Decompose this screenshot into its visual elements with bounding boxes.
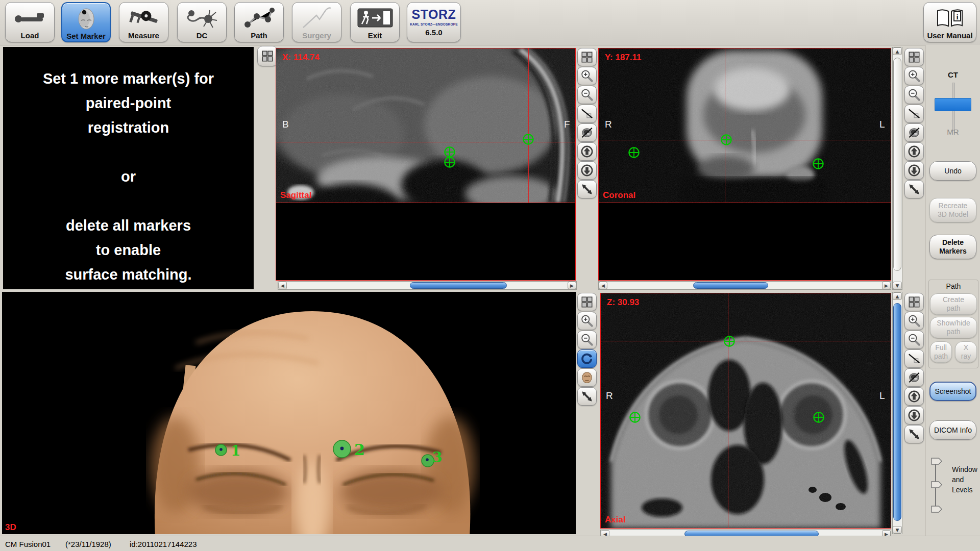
swap-view-button[interactable] xyxy=(577,387,597,406)
coronal-v-scrollbar[interactable]: ▲ ▼ xyxy=(892,47,902,290)
grid-icon-button[interactable] xyxy=(904,48,924,66)
sagittal-image[interactable] xyxy=(276,48,575,203)
scroll-down-arrow[interactable]: ▼ xyxy=(893,282,902,289)
head-slash-icon xyxy=(580,126,594,139)
axial-marker[interactable] xyxy=(812,411,825,424)
mr-label: MR xyxy=(925,128,980,136)
dicom-info-button[interactable]: DICOM Info xyxy=(929,420,976,440)
grid-icon-button[interactable] xyxy=(577,293,597,311)
axial-view[interactable]: Z: 30.93 R L Axial xyxy=(600,293,891,529)
zoom-in-button[interactable] xyxy=(577,67,597,85)
zoom-out-button[interactable] xyxy=(577,331,597,349)
x-ray-button[interactable]: X ray xyxy=(955,341,977,363)
create-path-button[interactable]: Create path xyxy=(930,293,977,315)
line-tool-button[interactable] xyxy=(904,105,924,123)
slice-down-button[interactable] xyxy=(904,406,924,424)
sagittal-view-name: Sagittal xyxy=(280,190,311,201)
ct-mr-slider-thumb[interactable] xyxy=(935,98,971,111)
overlay-toggle-button[interactable] xyxy=(904,368,924,387)
sagittal-view[interactable]: X: 114.74 B F Sagittal xyxy=(276,48,576,281)
zoom-out-button[interactable] xyxy=(904,86,924,104)
scroll-down-arrow[interactable]: ▼ xyxy=(893,526,902,534)
sagittal-marker[interactable] xyxy=(522,133,535,146)
full-path-button[interactable]: Full path xyxy=(930,341,952,363)
zoom-in-button[interactable] xyxy=(904,312,924,330)
overlay-toggle-button[interactable] xyxy=(904,123,924,142)
layout-grid-button[interactable] xyxy=(257,46,278,66)
scroll-up-arrow[interactable]: ▲ xyxy=(893,47,902,55)
3d-model-face[interactable]: 1 2 3 xyxy=(2,292,576,534)
scroll-right-arrow[interactable]: ▶ xyxy=(568,282,576,289)
message-line: Set 1 more marker(s) for xyxy=(3,66,254,91)
axial-v-thumb[interactable] xyxy=(893,303,901,521)
zoom-out-button[interactable] xyxy=(904,331,924,349)
caliper-icon xyxy=(119,3,168,31)
slice-down-button[interactable] xyxy=(577,161,597,180)
surgery-button[interactable]: Surgery xyxy=(292,2,341,42)
rotate-3d-button[interactable] xyxy=(577,349,597,368)
delete-markers-button[interactable]: Delete Markers xyxy=(929,235,976,259)
message-line: or xyxy=(3,164,254,189)
axial-v-scrollbar[interactable]: ▲ ▼ xyxy=(892,292,902,534)
screenshot-button[interactable]: Screenshot xyxy=(929,382,976,401)
screenshot-label: Screenshot xyxy=(934,387,972,396)
dc-button[interactable]: DC xyxy=(177,2,227,42)
user-manual-label: User Manual xyxy=(924,31,976,40)
scroll-up-arrow[interactable]: ▲ xyxy=(893,292,902,300)
zoom-out-icon xyxy=(908,88,921,102)
coronal-h-thumb[interactable] xyxy=(693,282,768,289)
axial-view-name: Axial xyxy=(605,515,626,525)
sagittal-marker[interactable] xyxy=(443,156,456,169)
zoom-in-icon xyxy=(580,314,594,328)
sagittal-h-thumb[interactable] xyxy=(410,282,507,289)
arrow-up-circle-icon xyxy=(908,145,921,158)
face-model-button[interactable] xyxy=(577,368,597,387)
head-slash-icon xyxy=(908,371,921,384)
user-manual-button[interactable]: i User Manual xyxy=(923,2,976,42)
path-button[interactable]: Path xyxy=(234,2,284,42)
line-tool-button[interactable] xyxy=(577,105,597,123)
sagittal-h-scrollbar[interactable]: ◀ ▶ xyxy=(278,281,577,290)
slice-down-button[interactable] xyxy=(904,161,924,180)
swap-view-button[interactable] xyxy=(904,180,924,198)
3d-view[interactable]: 1 2 3 3D xyxy=(2,292,576,534)
zoom-in-button[interactable] xyxy=(577,312,597,330)
undo-button[interactable]: Undo xyxy=(929,161,976,181)
axial-image[interactable] xyxy=(601,293,891,528)
measure-button[interactable]: Measure xyxy=(119,2,168,42)
set-marker-button[interactable]: Set Marker xyxy=(61,2,111,42)
load-button[interactable]: Load xyxy=(5,2,55,42)
window-levels-slider[interactable] xyxy=(929,457,950,513)
overlay-toggle-button[interactable] xyxy=(577,123,597,142)
scroll-left-arrow[interactable]: ◀ xyxy=(278,282,287,289)
coronal-h-scrollbar[interactable]: ◀ ▶ xyxy=(598,281,891,290)
arrow-down-circle-icon xyxy=(908,164,921,177)
coronal-marker[interactable] xyxy=(812,157,825,170)
grid-icon-button[interactable] xyxy=(904,293,924,311)
storz-logo-button[interactable]: STORZ KARL STORZ—ENDOSKOPE 6.5.0 xyxy=(407,2,461,42)
axial-marker[interactable] xyxy=(628,411,642,424)
coronal-v-thumb[interactable] xyxy=(893,58,901,271)
zoom-in-button[interactable] xyxy=(904,67,924,85)
coronal-view[interactable]: Y: 187.11 R L Coronal xyxy=(598,48,891,281)
axial-marker[interactable] xyxy=(723,335,736,348)
coronal-image[interactable] xyxy=(599,48,891,203)
slice-up-button[interactable] xyxy=(904,387,924,406)
slice-up-button[interactable] xyxy=(904,142,924,161)
zoom-out-button[interactable] xyxy=(577,86,597,104)
scroll-left-arrow[interactable]: ◀ xyxy=(599,282,607,289)
scroll-right-arrow[interactable]: ▶ xyxy=(882,282,891,289)
show-hide-path-button[interactable]: Show/hide path xyxy=(930,317,977,338)
message-line: delete all markers xyxy=(3,213,254,238)
exit-button[interactable]: Exit xyxy=(350,2,400,42)
grid-icon-button[interactable] xyxy=(577,48,597,66)
line-tool-button[interactable] xyxy=(904,349,924,368)
recreate-3d-model-button[interactable]: Recreate 3D Model xyxy=(929,198,976,222)
swap-view-button[interactable] xyxy=(577,180,597,198)
slice-up-button[interactable] xyxy=(577,142,597,161)
coronal-marker[interactable] xyxy=(720,133,733,146)
exit-label: Exit xyxy=(351,31,399,40)
storz-version: 6.5.0 xyxy=(407,28,460,37)
swap-view-button[interactable] xyxy=(904,425,924,443)
coronal-marker[interactable] xyxy=(627,146,641,159)
